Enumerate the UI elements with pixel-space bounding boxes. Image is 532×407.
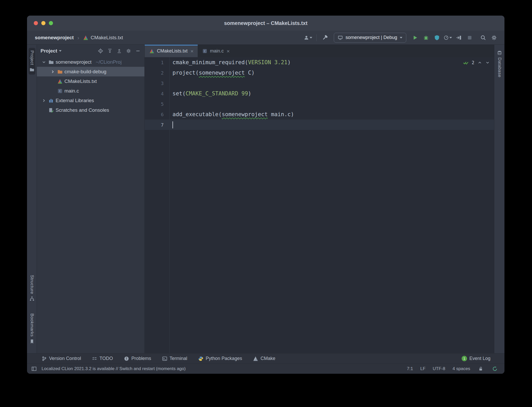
run-configuration-select[interactable]: somenewproject | Debug — [334, 33, 406, 43]
tree-item-path-hint: ~/CLionProj — [96, 59, 122, 65]
next-problem-icon[interactable] — [485, 60, 490, 65]
excluded-folder-icon — [57, 69, 63, 75]
chevron-down-icon — [400, 37, 402, 38]
run-button[interactable] — [411, 34, 419, 42]
settings-button[interactable] — [490, 34, 498, 42]
project-stripe-label: Project — [29, 50, 35, 65]
tool-window-bar: Version Control TODO Problems Terminal P… — [27, 353, 504, 364]
database-icon — [497, 50, 502, 55]
bug-icon — [423, 35, 429, 41]
inspection-count: 2 — [472, 60, 474, 65]
tool-window-label: CMake — [261, 356, 275, 361]
inspection-widget[interactable]: 2 — [463, 60, 490, 65]
tree-row-scratches[interactable]: Scratches and Consoles — [37, 105, 144, 115]
tree-item-label: External Libraries — [56, 98, 94, 103]
project-view-selector[interactable]: Project — [41, 48, 62, 54]
line-separator-widget[interactable]: LF — [420, 366, 425, 371]
tool-window-switcher-button[interactable] — [31, 365, 37, 372]
play-icon — [412, 35, 418, 41]
code-line-text: cmake_minimum_required(VERSION 3.21) — [169, 59, 291, 65]
line-number: 5 — [145, 101, 169, 107]
close-window-button[interactable] — [34, 21, 38, 25]
code-line-current[interactable]: 7 — [145, 120, 494, 130]
chevron-right-icon[interactable] — [50, 69, 56, 75]
tool-window-switcher-icon — [31, 366, 37, 371]
status-message[interactable]: Localized CLion 2021.3.2 is available //… — [42, 366, 186, 371]
tool-window-button-cmake[interactable]: CMake — [253, 356, 275, 361]
chevron-right-icon[interactable] — [41, 98, 47, 103]
profiler-button[interactable] — [444, 34, 452, 42]
previous-problem-icon[interactable] — [477, 60, 482, 65]
cmake-file-icon — [149, 48, 155, 54]
tool-window-label: Event Log — [469, 356, 490, 361]
gear-icon — [491, 35, 497, 41]
tool-window-button-bookmarks[interactable]: Bookmarks — [29, 311, 35, 346]
breadcrumb-project[interactable]: somenewproject — [35, 35, 74, 41]
titlebar: somenewproject – CMakeLists.txt — [27, 16, 504, 31]
tool-window-button-event-log[interactable]: 1 Event Log — [462, 356, 490, 361]
minus-icon — [135, 48, 141, 54]
inspections-ok-icon — [463, 60, 469, 65]
terminal-icon — [162, 356, 167, 361]
bookmarks-stripe-label: Bookmarks — [29, 313, 35, 337]
tool-window-button-todo[interactable]: TODO — [92, 356, 113, 361]
navigation-bar: somenewproject › CMakeLists.txt somenewp… — [27, 31, 504, 45]
expand-all-icon — [107, 48, 112, 54]
tool-window-button-version-control[interactable]: Version Control — [42, 356, 81, 361]
code-line[interactable]: 4 set(CMAKE_C_STANDARD 99) — [145, 88, 494, 99]
tab-cmakelists[interactable]: CMakeLists.txt × — [145, 45, 198, 57]
tree-row-main-c[interactable]: C main.c — [37, 86, 144, 96]
attach-to-process-button[interactable] — [455, 34, 463, 42]
debug-button[interactable] — [422, 34, 430, 42]
sync-icon — [492, 366, 497, 371]
expand-all-button[interactable] — [106, 47, 114, 55]
gear-icon — [126, 48, 131, 54]
code-line[interactable]: 2 project(somenewproject C) — [145, 68, 494, 78]
tree-row-cmake-build-debug[interactable]: cmake-build-debug — [37, 67, 144, 76]
hide-panel-button[interactable] — [134, 47, 142, 55]
run-configuration-label: somenewproject | Debug — [345, 35, 397, 40]
code-line[interactable]: 3 — [145, 78, 494, 88]
tool-window-button-database[interactable]: Database — [496, 48, 503, 80]
chevron-down-icon[interactable] — [41, 59, 47, 65]
event-log-badge: 1 — [462, 356, 467, 361]
file-encoding-widget[interactable]: UTF-8 — [433, 366, 445, 371]
zoom-window-button[interactable] — [49, 21, 53, 25]
indent-widget[interactable]: 4 spaces — [453, 366, 470, 371]
tree-row-external-libraries[interactable]: External Libraries — [37, 96, 144, 105]
code-line[interactable]: 5 — [145, 99, 494, 109]
tool-window-button-project[interactable]: Project — [29, 48, 35, 75]
chevron-down-icon — [310, 37, 312, 38]
user-account-button[interactable] — [304, 34, 312, 42]
caret-position-widget[interactable]: 7:1 — [407, 366, 413, 371]
build-button[interactable] — [321, 34, 329, 42]
editor-column: CMakeLists.txt × C main.c × 2 — [145, 45, 494, 353]
read-only-toggle[interactable] — [477, 365, 484, 372]
code-editor[interactable]: 2 1 cmake_minimum_required(VERSION 3.21)… — [145, 57, 494, 353]
panel-options-button[interactable] — [125, 47, 132, 55]
locate-file-button[interactable] — [97, 47, 104, 55]
minimize-window-button[interactable] — [41, 21, 45, 25]
tool-window-button-problems[interactable]: Problems — [124, 356, 151, 361]
code-line[interactable]: 6 add_executable(somenewproject main.c) — [145, 109, 494, 120]
search-everywhere-button[interactable] — [479, 34, 487, 42]
collapse-all-button[interactable] — [115, 47, 123, 55]
close-tab-icon[interactable]: × — [190, 48, 194, 54]
left-tool-stripe: Project Structure Bookmarks — [27, 45, 37, 353]
close-tab-icon[interactable]: × — [227, 48, 230, 54]
tree-row-cmakelists[interactable]: CMakeLists.txt — [37, 76, 144, 86]
update-indicator-button[interactable] — [491, 365, 498, 372]
tree-item-label: Scratches and Consoles — [56, 107, 109, 113]
scratches-icon — [48, 107, 54, 113]
line-number: 7 — [145, 122, 169, 128]
stop-button[interactable] — [466, 34, 474, 42]
clion-window: somenewproject – CMakeLists.txt somenewp… — [27, 16, 504, 374]
tool-window-button-python-packages[interactable]: Python Packages — [198, 356, 242, 361]
tool-window-button-structure[interactable]: Structure — [29, 272, 35, 304]
run-with-coverage-button[interactable] — [433, 34, 441, 42]
tree-row-somenewproject[interactable]: somenewproject ~/CLionProj — [37, 57, 144, 67]
tool-window-button-terminal[interactable]: Terminal — [162, 356, 187, 361]
code-line[interactable]: 1 cmake_minimum_required(VERSION 3.21) — [145, 57, 494, 68]
breadcrumb-file[interactable]: CMakeLists.txt — [83, 35, 123, 41]
tab-main-c[interactable]: C main.c × — [198, 45, 234, 57]
